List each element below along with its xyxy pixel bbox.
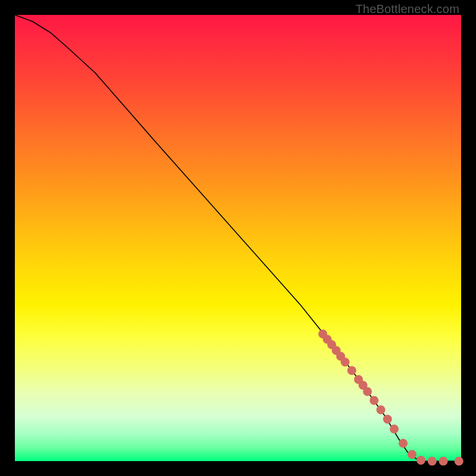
highlighted-points-group — [318, 330, 464, 466]
bottleneck-curve — [15, 15, 461, 461]
chart-overlay — [15, 15, 461, 461]
data-point — [408, 450, 416, 459]
data-point — [416, 456, 425, 465]
data-point — [363, 387, 372, 396]
data-point — [341, 358, 350, 367]
data-point — [455, 457, 464, 466]
data-point — [390, 425, 399, 434]
data-point — [347, 366, 356, 375]
chart-frame: TheBottleneck.com — [0, 0, 476, 476]
data-point — [428, 457, 437, 466]
data-point — [399, 439, 408, 448]
data-point — [439, 457, 448, 466]
attribution-text: TheBottleneck.com — [355, 2, 459, 16]
data-point — [383, 415, 392, 424]
data-point — [369, 396, 378, 405]
data-point — [377, 405, 386, 414]
